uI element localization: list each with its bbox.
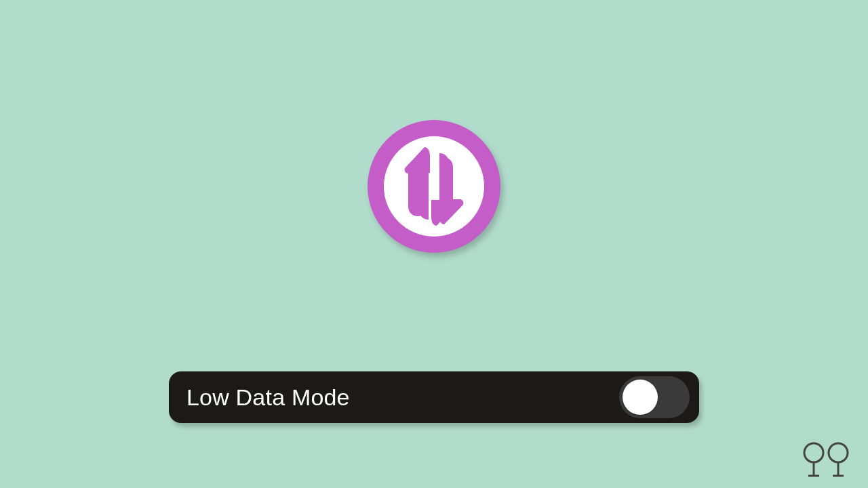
svg-point-3 — [829, 443, 848, 462]
low-data-mode-label: Low Data Mode — [186, 384, 350, 411]
toggle-handle — [623, 380, 658, 415]
low-data-mode-toggle[interactable] — [619, 376, 690, 418]
svg-point-2 — [804, 443, 823, 462]
data-transfer-icon — [366, 119, 502, 254]
watermark-logo — [799, 441, 857, 481]
low-data-mode-row: Low Data Mode — [169, 371, 699, 423]
